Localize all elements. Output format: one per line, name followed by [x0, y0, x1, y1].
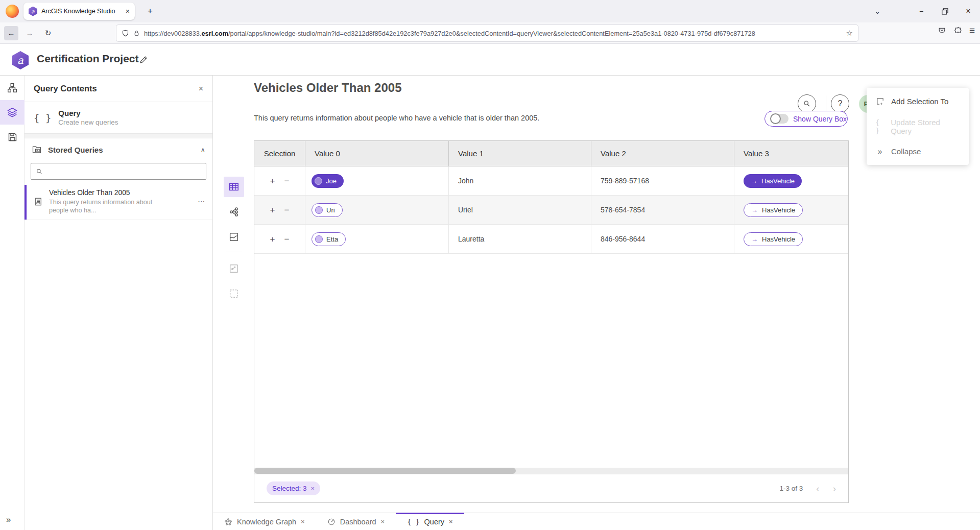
- tab-list-chevron-icon[interactable]: ⌄: [866, 0, 889, 22]
- entity-pill[interactable]: Uri: [312, 203, 343, 217]
- query-item-title: Query: [58, 108, 118, 118]
- column-header-value3[interactable]: Value 3: [734, 141, 848, 166]
- relationship-label: HasVehicle: [762, 235, 795, 243]
- stored-queries-search-input[interactable]: [47, 167, 201, 175]
- add-selection-icon[interactable]: +: [270, 235, 275, 244]
- tab-dashboard[interactable]: Dashboard ×: [316, 513, 396, 530]
- link-chart-view-icon[interactable]: [224, 202, 244, 222]
- pocket-icon[interactable]: [938, 27, 946, 35]
- knowledge-graph-icon: [224, 518, 232, 526]
- hamburger-menu-icon[interactable]: ≡: [969, 25, 975, 36]
- window-close-icon[interactable]: ×: [957, 0, 980, 22]
- arcgis-favicon-icon: a: [29, 7, 37, 16]
- tab-close-icon[interactable]: ×: [301, 518, 305, 525]
- collapse-chevron-up-icon[interactable]: ∧: [200, 146, 205, 154]
- data-model-icon[interactable]: [0, 76, 25, 100]
- menu-item-add-selection-to[interactable]: Add Selection To: [867, 89, 969, 114]
- cell-value2[interactable]: 846-956-8644: [591, 225, 734, 253]
- relationship-pill[interactable]: → HasVehicle: [744, 203, 803, 217]
- window-restore-icon[interactable]: [933, 0, 957, 22]
- stored-queries-search[interactable]: [31, 163, 206, 180]
- menu-item-label: Add Selection To: [891, 97, 948, 106]
- bookmark-star-icon[interactable]: ☆: [846, 29, 853, 38]
- stored-queries-header[interactable]: Stored Queries ∧: [25, 139, 212, 160]
- stored-query-item[interactable]: Vehicles Older Than 2005 This query retu…: [25, 185, 212, 220]
- menu-item-label: Collapse: [891, 147, 921, 156]
- menu-item-update-stored-query[interactable]: { } Update Stored Query: [867, 114, 969, 139]
- entity-pill[interactable]: Etta: [312, 232, 346, 246]
- reload-button[interactable]: ↻: [41, 26, 55, 40]
- url-bar[interactable]: https://dev0028833.esri.com/portal/apps/…: [116, 25, 858, 41]
- extensions-puzzle-icon[interactable]: [953, 27, 962, 35]
- column-header-value1[interactable]: Value 1: [449, 141, 591, 166]
- stored-query-desc-line2: people who ha...: [49, 206, 192, 214]
- cell-value2[interactable]: 759-889-57168: [591, 166, 734, 195]
- map-link-chart-icon[interactable]: [224, 258, 244, 279]
- remove-selection-icon[interactable]: −: [284, 177, 290, 185]
- view-toolbar: [223, 177, 245, 308]
- layers-icon[interactable]: [0, 100, 25, 125]
- edit-title-pencil-icon[interactable]: [139, 55, 148, 64]
- back-button[interactable]: ←: [4, 26, 18, 40]
- show-query-box-label: Show Query Box: [793, 115, 847, 123]
- new-query-item[interactable]: { } Query Create new queries: [25, 102, 212, 134]
- tab-label: Knowledge Graph: [237, 518, 296, 526]
- panel-close-icon[interactable]: ×: [199, 84, 203, 93]
- add-selection-icon[interactable]: +: [270, 177, 275, 185]
- tab-close-icon[interactable]: ×: [126, 7, 130, 15]
- cell-value1[interactable]: John: [449, 166, 591, 195]
- new-tab-button[interactable]: +: [143, 4, 157, 18]
- browser-tab-arcgis[interactable]: a ArcGIS Knowledge Studio ×: [23, 3, 135, 20]
- column-header-value2[interactable]: Value 2: [591, 141, 734, 166]
- column-header-selection[interactable]: Selection: [254, 141, 305, 166]
- menu-item-collapse[interactable]: » Collapse: [867, 139, 969, 164]
- tab-knowledge-graph[interactable]: Knowledge Graph ×: [213, 513, 316, 530]
- clear-selection-icon[interactable]: ×: [311, 485, 315, 492]
- add-selection-icon[interactable]: +: [270, 206, 275, 214]
- lock-icon[interactable]: [133, 30, 140, 37]
- table-footer: Selected: 3 × 1-3 of 3 ‹ ›: [254, 474, 848, 502]
- add-selection-to-icon: [875, 97, 885, 106]
- header-search-button[interactable]: [798, 94, 816, 113]
- remove-selection-icon[interactable]: −: [284, 235, 290, 244]
- arrow-right-icon: →: [751, 235, 758, 243]
- table-view-icon[interactable]: [224, 177, 244, 197]
- map-view-icon[interactable]: [224, 227, 244, 247]
- toggle-track: [771, 114, 788, 124]
- selected-count-chip[interactable]: Selected: 3 ×: [267, 481, 320, 495]
- page-next-icon[interactable]: ›: [833, 484, 836, 493]
- show-query-box-toggle[interactable]: Show Query Box: [764, 111, 848, 127]
- forward-button[interactable]: →: [22, 26, 37, 40]
- expand-panel-chevrons-icon[interactable]: »: [6, 515, 11, 525]
- window-minimize-icon[interactable]: −: [910, 0, 933, 22]
- relationship-pill[interactable]: → HasVehicle: [744, 232, 803, 246]
- relationship-pill[interactable]: → HasVehicle: [744, 174, 802, 188]
- selection-tool-icon[interactable]: [224, 283, 244, 304]
- tab-label: Dashboard: [340, 518, 376, 526]
- page-previous-icon[interactable]: ‹: [816, 484, 819, 493]
- tab-close-icon[interactable]: ×: [381, 518, 385, 525]
- url-text: https://dev0028833.esri.com/portal/apps/…: [144, 30, 842, 37]
- left-icon-rail: [0, 76, 25, 530]
- cell-value2[interactable]: 578-654-7854: [591, 196, 734, 224]
- workspace-tab-bar: Knowledge Graph × Dashboard × { } Query …: [213, 513, 980, 530]
- tab-query[interactable]: { } Query ×: [396, 513, 464, 530]
- cell-value1[interactable]: Lauretta: [449, 225, 591, 253]
- menu-item-label: Update Stored Query: [891, 118, 960, 135]
- item-options-ellipsis-icon[interactable]: ···: [198, 199, 205, 205]
- results-table: Selection Value 0 Value 1 Value 2 Value …: [254, 140, 849, 503]
- cell-value1[interactable]: Uriel: [449, 196, 591, 224]
- scrollbar-thumb[interactable]: [254, 468, 516, 474]
- column-header-value0[interactable]: Value 0: [305, 141, 449, 166]
- entity-pill[interactable]: Joe: [312, 174, 344, 188]
- tracking-shield-icon[interactable]: [122, 29, 129, 37]
- remove-selection-icon[interactable]: −: [284, 206, 290, 214]
- entity-circle-icon: [315, 177, 322, 185]
- horizontal-scrollbar[interactable]: [254, 468, 848, 474]
- tab-close-icon[interactable]: ×: [449, 518, 453, 525]
- save-icon[interactable]: [0, 125, 25, 149]
- firefox-logo-icon[interactable]: [6, 5, 19, 18]
- help-button[interactable]: ?: [831, 94, 849, 113]
- panel-title: Query Contents: [34, 84, 97, 93]
- header-divider: [826, 95, 826, 112]
